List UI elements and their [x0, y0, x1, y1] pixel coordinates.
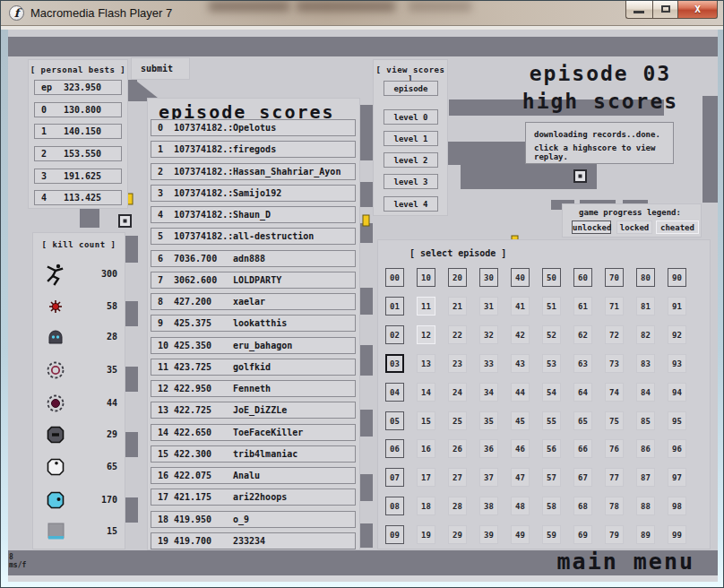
episode-cell-00[interactable]: 00: [385, 268, 404, 287]
episode-cell-80[interactable]: 80: [636, 268, 655, 287]
episode-cell-52[interactable]: 52: [542, 325, 561, 344]
episode-cell-29[interactable]: 29: [448, 525, 467, 544]
view-scores-button-level-4[interactable]: level 4: [384, 196, 438, 212]
episode-cell-36[interactable]: 36: [479, 439, 498, 458]
episode-cell-17[interactable]: 17: [417, 468, 435, 487]
episode-cell-31[interactable]: 31: [479, 297, 498, 316]
episode-cell-44[interactable]: 44: [511, 383, 530, 402]
highscore-row[interactable]: 2 107374182.: Hassan_Shahriar_Ayon: [151, 163, 356, 180]
submit-button[interactable]: submit: [131, 57, 190, 80]
episode-cell-03[interactable]: 03: [385, 354, 404, 373]
episode-cell-99[interactable]: 99: [668, 525, 686, 544]
highscore-row[interactable]: 8 427.200 xaelar: [151, 293, 356, 310]
episode-cell-14[interactable]: 14: [417, 383, 435, 402]
episode-cell-50[interactable]: 50: [542, 268, 561, 287]
highscore-row[interactable]: 5 107374182.: all-destruction: [151, 228, 356, 245]
episode-cell-37[interactable]: 37: [479, 468, 498, 487]
episode-cell-56[interactable]: 56: [542, 439, 561, 458]
highscore-row[interactable]: 1 107374182.: firegods: [151, 141, 356, 158]
episode-cell-89[interactable]: 89: [636, 525, 655, 544]
episode-cell-81[interactable]: 81: [636, 297, 655, 316]
episode-cell-98[interactable]: 98: [668, 497, 686, 515]
episode-cell-39[interactable]: 39: [479, 525, 498, 544]
highscore-row[interactable]: 4 107374182.: Shaun_D: [151, 206, 356, 223]
highscore-row[interactable]: 18 419.950 o_9: [151, 511, 356, 528]
episode-cell-65[interactable]: 65: [573, 411, 592, 430]
episode-cell-47[interactable]: 47: [511, 468, 530, 487]
episode-cell-41[interactable]: 41: [511, 297, 530, 316]
episode-cell-71[interactable]: 71: [605, 297, 624, 316]
episode-cell-63[interactable]: 63: [573, 354, 592, 373]
episode-cell-05[interactable]: 05: [385, 411, 404, 430]
episode-cell-25[interactable]: 25: [448, 411, 467, 430]
episode-cell-68[interactable]: 68: [573, 497, 592, 515]
episode-cell-21[interactable]: 21: [448, 297, 467, 316]
episode-cell-30[interactable]: 30: [479, 268, 498, 287]
episode-cell-94[interactable]: 94: [668, 383, 686, 402]
episode-cell-77[interactable]: 77: [605, 468, 624, 487]
episode-cell-09[interactable]: 09: [385, 525, 404, 544]
minimize-button[interactable]: [625, 1, 652, 19]
episode-cell-79[interactable]: 79: [605, 525, 624, 544]
episode-cell-82[interactable]: 82: [636, 325, 655, 344]
episode-cell-19[interactable]: 19: [417, 525, 435, 544]
episode-cell-24[interactable]: 24: [448, 383, 467, 402]
episode-cell-84[interactable]: 84: [636, 383, 655, 402]
episode-cell-88[interactable]: 88: [636, 497, 655, 515]
episode-cell-49[interactable]: 49: [511, 525, 530, 544]
episode-cell-67[interactable]: 67: [573, 468, 592, 487]
highscore-row[interactable]: 15 422.300 trib4lmaniac: [151, 445, 356, 463]
episode-cell-83[interactable]: 83: [636, 354, 655, 373]
view-scores-button-level-1[interactable]: level 1: [384, 131, 438, 146]
episode-cell-10[interactable]: 10: [417, 268, 435, 287]
highscore-row[interactable]: 14 422.650 ToeFaceKiller: [151, 424, 356, 441]
episode-cell-28[interactable]: 28: [448, 497, 467, 515]
episode-cell-40[interactable]: 40: [511, 268, 530, 287]
episode-cell-43[interactable]: 43: [511, 354, 530, 373]
close-button[interactable]: X: [678, 1, 718, 19]
highscore-row[interactable]: 0 107374182.: Opelotus: [151, 119, 356, 136]
episode-cell-61[interactable]: 61: [573, 297, 592, 316]
episode-cell-96[interactable]: 96: [668, 439, 686, 458]
episode-cell-18[interactable]: 18: [417, 497, 435, 515]
maximize-button[interactable]: [652, 1, 678, 19]
episode-cell-04[interactable]: 04: [385, 383, 404, 402]
view-scores-button-level-0[interactable]: level 0: [384, 109, 438, 125]
episode-cell-86[interactable]: 86: [636, 439, 655, 458]
episode-cell-91[interactable]: 91: [668, 297, 686, 316]
highscore-row[interactable]: 3 107374182.: Samijo192: [151, 185, 356, 202]
title-bar[interactable]: f Macromedia Flash Player 7 X: [1, 1, 724, 26]
episode-cell-20[interactable]: 20: [448, 268, 467, 287]
episode-cell-11[interactable]: 11: [417, 297, 435, 316]
episode-cell-58[interactable]: 58: [542, 497, 561, 515]
episode-cell-57[interactable]: 57: [542, 468, 561, 487]
episode-cell-93[interactable]: 93: [668, 354, 686, 373]
highscore-row[interactable]: 13 422.725 JoE_DiZZLe: [151, 402, 356, 419]
episode-cell-70[interactable]: 70: [605, 268, 624, 287]
episode-cell-22[interactable]: 22: [448, 325, 467, 344]
episode-cell-13[interactable]: 13: [417, 354, 435, 373]
highscore-row[interactable]: 6 7036.700 adn888: [151, 250, 356, 267]
view-scores-button-level-3[interactable]: level 3: [384, 174, 438, 189]
episode-cell-90[interactable]: 90: [668, 268, 686, 287]
episode-cell-08[interactable]: 08: [385, 497, 404, 515]
episode-cell-35[interactable]: 35: [479, 411, 498, 430]
highscore-row[interactable]: 9 425.375 lookatthis: [151, 315, 356, 332]
episode-cell-53[interactable]: 53: [542, 354, 561, 373]
highscore-row[interactable]: 17 421.175 ari22hoops: [151, 489, 356, 506]
episode-cell-97[interactable]: 97: [668, 468, 686, 487]
episode-cell-32[interactable]: 32: [479, 325, 498, 344]
episode-cell-01[interactable]: 01: [385, 297, 404, 316]
highscore-row[interactable]: 19 419.700 233234: [151, 532, 356, 549]
episode-cell-07[interactable]: 07: [385, 468, 404, 487]
episode-cell-73[interactable]: 73: [605, 354, 624, 373]
episode-cell-59[interactable]: 59: [542, 525, 561, 544]
view-scores-button-episode[interactable]: episode: [384, 81, 438, 96]
episode-cell-42[interactable]: 42: [511, 325, 530, 344]
episode-cell-62[interactable]: 62: [573, 325, 592, 344]
episode-cell-02[interactable]: 02: [385, 325, 404, 344]
episode-cell-23[interactable]: 23: [448, 354, 467, 373]
episode-cell-48[interactable]: 48: [511, 497, 530, 515]
highscore-row[interactable]: 10 425.350 eru_bahagon: [151, 337, 356, 354]
episode-cell-26[interactable]: 26: [448, 439, 467, 458]
